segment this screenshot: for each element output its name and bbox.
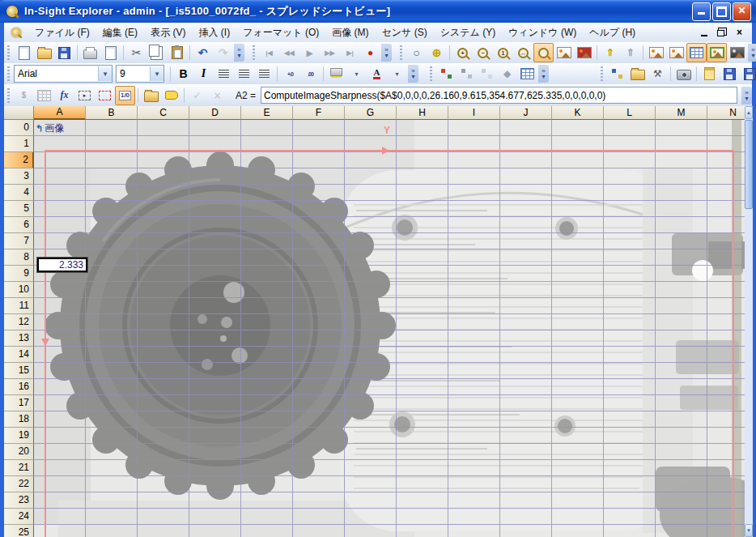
row-header-17[interactable]: 17 [4, 395, 34, 411]
zoom-in-button[interactable]: + [452, 43, 473, 62]
column-header-D[interactable]: D [189, 106, 241, 120]
print-preview-button[interactable] [100, 43, 121, 62]
column-header-G[interactable]: G [345, 106, 397, 120]
column-header-E[interactable]: E [241, 106, 293, 120]
minimize-button[interactable] [692, 2, 711, 21]
undo-button[interactable]: ↶ [193, 43, 213, 62]
font-size-combo[interactable]: 9▼ [116, 65, 164, 83]
row-header-19[interactable]: 19 [4, 428, 34, 444]
menu-item-image[interactable]: 画像 (M) [325, 23, 375, 42]
row-header-3[interactable]: 3 [4, 168, 34, 185]
column-header-A[interactable]: A [34, 106, 86, 120]
row-header-24[interactable]: 24 [4, 509, 34, 525]
save-job-button[interactable] [54, 43, 74, 62]
toolbar-overflow-chevron[interactable]: »▾ [538, 65, 549, 83]
font-family-combo[interactable]: Arial▼ [14, 65, 113, 83]
scrollbar-thumb[interactable] [745, 120, 753, 209]
image-fit-button[interactable] [554, 43, 574, 62]
column-header-M[interactable]: M [656, 106, 707, 120]
import-cells-button[interactable]: ⇑ [600, 43, 620, 62]
row-header-6[interactable]: 6 [4, 217, 34, 233]
snippet-add-button[interactable] [436, 64, 457, 83]
scroll-up-button[interactable]: ▲ [745, 106, 753, 119]
row-header-16[interactable]: 16 [4, 379, 34, 395]
zoom-region-button[interactable] [533, 43, 554, 62]
decrease-decimal-button[interactable]: .00 [300, 64, 321, 83]
row-header-25[interactable]: 25 [4, 525, 34, 537]
export-sensor-button[interactable] [740, 64, 756, 83]
export-cells-button[interactable]: ⇑ [620, 43, 640, 62]
scroll-down-button[interactable]: ▼ [745, 524, 753, 537]
select-region-button[interactable]: ▸ [74, 86, 95, 105]
toolbar-grip[interactable] [600, 66, 604, 81]
column-header-J[interactable]: J [500, 106, 552, 120]
live-video-button[interactable]: ○ [406, 43, 427, 62]
menu-item-sensor[interactable]: センサ (S) [376, 23, 434, 42]
row-header-22[interactable]: 22 [4, 476, 34, 492]
row-header-18[interactable]: 18 [4, 411, 34, 428]
trigger-last-button[interactable]: ▶| [340, 43, 360, 62]
vertical-scrollbar[interactable]: ▲ ▼ [745, 106, 753, 537]
insert-function-button[interactable]: fx [54, 86, 74, 105]
row-header-2[interactable]: 2 [4, 152, 34, 168]
close-button[interactable]: ✕ [733, 2, 751, 21]
toolbar-grip[interactable] [6, 45, 11, 60]
region-top-edge[interactable] [45, 150, 734, 151]
row-header-13[interactable]: 13 [4, 330, 34, 347]
row-header-4[interactable]: 4 [4, 185, 34, 201]
align-left-button[interactable] [214, 64, 234, 83]
snippet-diamond-button[interactable]: ◆ [497, 64, 517, 83]
cell-grid[interactable]: Y ↰ 画像 2.333 [34, 120, 745, 537]
open-sensor-button[interactable] [627, 64, 648, 83]
row-header-20[interactable]: 20 [4, 444, 34, 460]
fill-color-button[interactable] [326, 64, 346, 83]
toolbar-grip[interactable] [252, 45, 256, 60]
snippet-import-button[interactable] [517, 64, 537, 83]
trigger-play-button[interactable]: ▶ [299, 43, 320, 62]
new-comment-button[interactable] [141, 86, 161, 105]
column-header-L[interactable]: L [604, 106, 656, 120]
absolute-reference-button[interactable]: $ [14, 86, 34, 105]
menu-item-view[interactable]: 表示 (V) [144, 23, 192, 42]
cell-tag-button[interactable] [161, 86, 181, 105]
menu-item-edit[interactable]: 編集 (E) [96, 23, 144, 42]
toolbar-overflow-chevron[interactable]: »▾ [741, 87, 752, 104]
row-header-23[interactable]: 23 [4, 492, 34, 509]
column-header-I[interactable]: I [448, 106, 500, 120]
toolbar-overflow-chevron[interactable]: »▾ [381, 44, 392, 62]
select-all-corner[interactable] [4, 106, 34, 120]
title-bar[interactable]: In-Sight Explorer - admin - [_is5100_007… [0, 0, 756, 23]
toolbar-grip[interactable] [429, 66, 433, 81]
device-log-button[interactable] [699, 64, 720, 83]
font-size-combo-dropdown-arrow[interactable]: ▼ [150, 66, 164, 81]
font-family-combo-dropdown-arrow[interactable]: ▼ [98, 66, 112, 81]
snippet-remove-button[interactable] [457, 64, 477, 83]
menu-item-format[interactable]: フォーマット (O) [236, 23, 325, 42]
print-button[interactable] [80, 43, 100, 62]
formula-input[interactable] [261, 87, 737, 104]
cancel-formula-button[interactable]: × [207, 86, 227, 105]
toolbar-overflow-chevron[interactable]: »▾ [408, 65, 418, 83]
camera-setup-button[interactable] [673, 64, 694, 83]
maximize-button[interactable] [712, 2, 731, 21]
column-header-K[interactable]: K [552, 106, 604, 120]
show-overlay-button[interactable] [707, 43, 727, 62]
show-spreadsheet-button[interactable] [686, 43, 707, 62]
cut-button[interactable]: ✂ [126, 43, 147, 62]
align-center-button[interactable] [234, 64, 254, 83]
redo-button[interactable]: ↷ [213, 43, 233, 62]
zoom-1x-button[interactable]: 1 [493, 43, 513, 62]
copy-button[interactable] [147, 43, 167, 62]
toolbar-overflow-chevron[interactable]: »▾ [234, 44, 244, 62]
row-header-5[interactable]: 5 [4, 201, 34, 217]
row-header-14[interactable]: 14 [4, 347, 34, 363]
custom-view-button[interactable] [666, 43, 686, 62]
trigger-first-button[interactable]: |◀ [259, 43, 279, 62]
menu-item-window[interactable]: ウィンドウ (W) [502, 23, 583, 42]
row-header-9[interactable]: 9 [4, 266, 34, 282]
row-header-7[interactable]: 7 [4, 233, 34, 249]
mdi-close-button[interactable]: × [733, 27, 745, 39]
menu-item-help[interactable]: ヘルプ (H) [583, 23, 642, 42]
column-header-N[interactable]: N [707, 106, 745, 120]
custom-view-edit-button[interactable] [646, 43, 666, 62]
